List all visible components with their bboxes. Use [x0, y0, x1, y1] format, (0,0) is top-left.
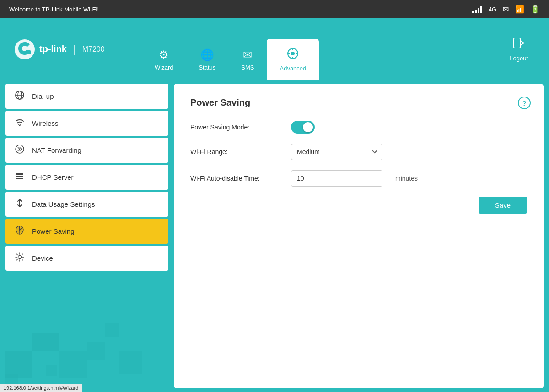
sidebar-powersaving-label: Power Saving: [32, 227, 75, 235]
status-bar: Welcome to TP-Link Mobile Wi-Fi! 4G ✉ 📶 …: [0, 0, 549, 18]
sidebar: Dial-up Wireless NAT Forwar: [0, 80, 174, 392]
tab-sms-label: SMS: [241, 64, 254, 71]
tab-advanced[interactable]: Advanced: [267, 39, 319, 80]
content-panel: Power Saving ? Power Saving Mode: Wi-Fi …: [174, 84, 544, 388]
svg-rect-23: [16, 173, 23, 175]
power-saving-toggle[interactable]: [291, 121, 315, 134]
wifi-auto-disable-row: Wi-Fi Auto-disable Time: minutes: [190, 170, 527, 187]
advanced-icon: [287, 48, 299, 62]
power-saving-mode-row: Power Saving Mode:: [190, 121, 527, 134]
status-icons: 4G ✉ 📶 🔋: [472, 5, 540, 14]
network-type: 4G: [489, 6, 496, 13]
help-icon[interactable]: ?: [518, 97, 531, 109]
signal-icon: [472, 5, 482, 13]
battery-icon: 🔋: [531, 5, 540, 14]
sidebar-wireless-label: Wireless: [32, 119, 59, 127]
minutes-unit: minutes: [395, 175, 418, 182]
sidebar-item-wireless[interactable]: Wireless: [5, 111, 168, 136]
svg-point-21: [19, 125, 21, 126]
sidebar-item-nat[interactable]: NAT Forwarding: [5, 138, 168, 163]
sidebar-dialup-label: Dial-up: [32, 92, 54, 100]
wifi-range-label: Wi-Fi Range:: [190, 148, 282, 156]
welcome-text: Welcome to TP-Link Mobile Wi-Fi!: [9, 6, 99, 13]
tab-advanced-label: Advanced: [280, 65, 306, 72]
logo-area: tp-link | M7200: [14, 38, 114, 60]
logout-icon: [512, 37, 525, 52]
save-button[interactable]: Save: [479, 197, 527, 214]
wizard-icon: ⚙: [159, 48, 169, 61]
header: tp-link | M7200 ⚙ Wizard 🌐 Status ✉ SMS: [0, 18, 549, 80]
wifi-auto-disable-input[interactable]: [291, 170, 382, 187]
data-icon: [15, 198, 25, 210]
tab-wizard[interactable]: ⚙ Wizard: [142, 39, 186, 80]
sidebar-item-data[interactable]: Data Usage Settings: [5, 192, 168, 217]
sidebar-item-device[interactable]: Device: [5, 246, 168, 271]
logout-label: Logout: [510, 55, 528, 62]
sidebar-dhcp-label: DHCP Server: [32, 173, 74, 181]
wifi-range-row: Wi-Fi Range: Low Medium High: [190, 144, 527, 160]
power-saving-mode-label: Power Saving Mode:: [190, 124, 282, 131]
sidebar-device-label: Device: [32, 254, 53, 262]
sidebar-item-powersaving[interactable]: Power Saving: [5, 219, 168, 244]
dialup-icon: [15, 90, 25, 102]
tab-status-label: Status: [199, 64, 215, 71]
sms-icon: ✉: [243, 48, 252, 61]
main-content: Dial-up Wireless NAT Forwar: [0, 80, 549, 392]
tab-sms[interactable]: ✉ SMS: [228, 39, 267, 80]
logout-button[interactable]: Logout: [502, 33, 535, 65]
wifi-status-icon: 📶: [515, 5, 524, 14]
wifi-auto-disable-label: Wi-Fi Auto-disable Time:: [190, 175, 282, 182]
model-label: M7200: [82, 45, 105, 54]
toggle-thumb: [303, 122, 313, 132]
svg-point-1: [27, 50, 31, 54]
svg-rect-24: [16, 176, 23, 177]
mail-icon: ✉: [503, 5, 509, 14]
svg-rect-25: [16, 178, 23, 179]
wifi-range-select[interactable]: Low Medium High: [291, 144, 382, 160]
tab-status[interactable]: 🌐 Status: [186, 39, 228, 80]
sidebar-item-dialup[interactable]: Dial-up: [5, 84, 168, 109]
sidebar-item-dhcp[interactable]: DHCP Server: [5, 165, 168, 190]
status-icon: 🌐: [200, 48, 214, 61]
tplink-logo-icon: [14, 38, 36, 60]
svg-point-26: [18, 256, 22, 259]
powersaving-icon: [15, 225, 25, 237]
wireless-icon: [15, 117, 25, 129]
device-icon: [15, 252, 25, 264]
nav-tabs: ⚙ Wizard 🌐 Status ✉ SMS Advanced: [142, 18, 502, 80]
dhcp-icon: [15, 171, 25, 183]
sidebar-nat-label: NAT Forwarding: [32, 146, 81, 154]
svg-point-3: [291, 52, 295, 55]
url-bar: 192.168.0.1/settings.html#Wizard: [4, 385, 78, 391]
sidebar-data-label: Data Usage Settings: [32, 200, 95, 208]
panel-title: Power Saving: [190, 97, 527, 108]
toggle-track: [291, 121, 315, 134]
nat-icon: [15, 144, 25, 156]
tab-wizard-label: Wizard: [155, 64, 173, 71]
